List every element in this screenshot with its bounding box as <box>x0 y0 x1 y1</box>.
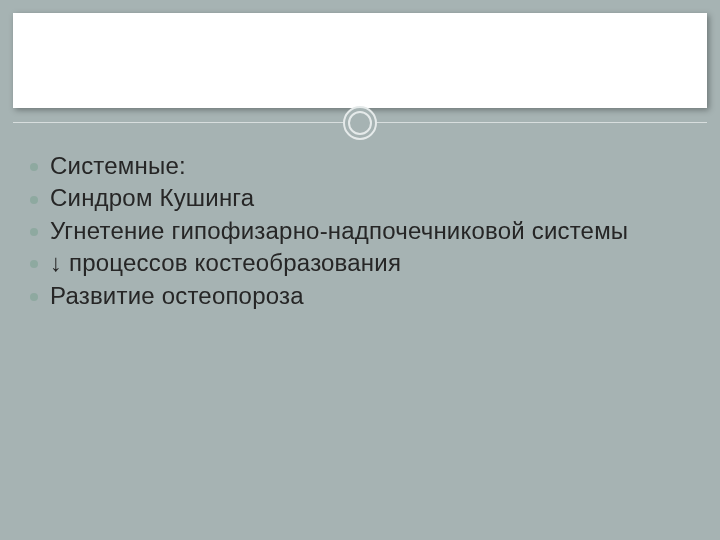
list-item: Развитие остеопороза <box>28 280 692 312</box>
bullet-text: Развитие остеопороза <box>50 282 304 309</box>
ornament-circle-icon <box>343 106 377 140</box>
content-area: Системные: Синдром Кушинга Угнетение гип… <box>28 150 692 312</box>
divider <box>13 122 707 123</box>
bullet-list: Системные: Синдром Кушинга Угнетение гип… <box>28 150 692 312</box>
bullet-text: Угнетение гипофизарно-надпочечниковой си… <box>50 217 628 244</box>
bullet-text: ↓ процессов костеобразования <box>50 249 401 276</box>
list-item: Синдром Кушинга <box>28 182 692 214</box>
slide: Системные: Синдром Кушинга Угнетение гип… <box>0 0 720 540</box>
bullet-text: Системные: <box>50 152 186 179</box>
list-item: Системные: <box>28 150 692 182</box>
title-panel <box>13 13 707 108</box>
list-item: ↓ процессов костеобразования <box>28 247 692 279</box>
bullet-text: Синдром Кушинга <box>50 184 254 211</box>
list-item: Угнетение гипофизарно-надпочечниковой си… <box>28 215 692 247</box>
